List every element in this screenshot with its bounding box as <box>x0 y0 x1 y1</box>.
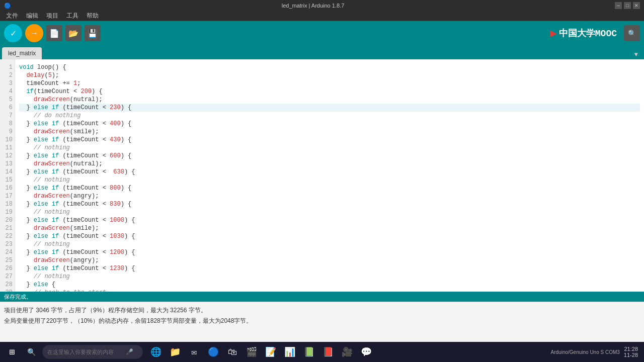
open-button[interactable]: 📂 <box>65 25 82 41</box>
menu-bar: 文件 编辑 项目 工具 帮助 <box>0 11 644 21</box>
taskbar-time-display: 21:28 <box>624 346 638 352</box>
taskbar-app-video[interactable]: 🎥 <box>338 343 356 361</box>
taskbar-clock: 21:28 11-28 <box>624 346 638 358</box>
start-button[interactable]: ⊞ <box>2 342 22 362</box>
menu-edit[interactable]: 编辑 <box>22 11 42 21</box>
taskbar-app-excel[interactable]: 📗 <box>300 343 318 361</box>
mooc-logo-icon: ▶ <box>550 27 557 40</box>
line-numbers: 1234567891011121314151617181920212223242… <box>0 59 15 292</box>
tab-bar: led_matrix ▼ <box>0 45 644 59</box>
title-text: led_matrix | Arduino 1.8.7 <box>11 3 615 9</box>
taskbar-app-media[interactable]: 🎬 <box>243 343 261 361</box>
output-line1: 项目使用了 3046 字节，占用了（9%）程序存储空间，最大为 32256 字节… <box>4 306 640 315</box>
taskbar-app-explorer[interactable]: 📁 <box>166 343 184 361</box>
mooc-logo: ▶ 中国大学MOOC <box>550 27 617 40</box>
taskbar-apps: 🌐 📁 ✉ 🔵 🛍 🎬 📝 📊 📗 📕 🎥 💬 <box>147 343 375 361</box>
title-bar: 🔵 led_matrix | Arduino 1.8.7 ─ □ ✕ <box>0 0 644 11</box>
tab-dropdown-icon: ▼ <box>634 51 638 58</box>
output-line2: 全局变量使用了220字节，（10%）的动态内存，余留1828字节局部变量，最大为… <box>4 317 640 325</box>
taskbar-right: Arduino/Genuino Uno S COM3 21:28 11-28 <box>551 346 642 358</box>
taskbar-app-wechat[interactable]: 💬 <box>357 343 375 361</box>
code-editor: 1234567891011121314151617181920212223242… <box>0 59 644 292</box>
menu-help[interactable]: 帮助 <box>83 11 103 21</box>
status-text: 保存完成。 <box>4 293 32 301</box>
taskbar-app-mail[interactable]: ✉ <box>185 343 203 361</box>
menu-tools[interactable]: 工具 <box>62 11 83 21</box>
taskbar: ⊞ 🔍 🎤 🌐 📁 ✉ 🔵 🛍 🎬 📝 📊 📗 📕 🎥 💬 Arduino/Ge… <box>0 342 644 362</box>
taskbar-search-button[interactable]: 🔍 <box>22 343 40 361</box>
search-icon: 🔍 <box>27 348 36 356</box>
taskbar-app-ppt[interactable]: 📊 <box>281 343 299 361</box>
taskbar-app-edge[interactable]: 🌐 <box>147 343 165 361</box>
windows-icon: ⊞ <box>10 346 15 357</box>
verify-button[interactable]: ✓ <box>4 24 22 42</box>
serial-monitor-button[interactable]: 🔍 <box>624 25 640 41</box>
status-bar-top: 保存完成。 <box>0 292 644 302</box>
taskbar-app-word[interactable]: 📝 <box>262 343 280 361</box>
title-icon: 🔵 <box>4 3 11 9</box>
taskbar-app-store[interactable]: 🛍 <box>223 343 242 361</box>
mic-icon: 🎤 <box>126 348 133 356</box>
toolbar: ✓ → 📄 📂 💾 ▶ 中国大学MOOC 🔍 <box>0 21 644 45</box>
menu-project[interactable]: 项目 <box>42 11 62 21</box>
output-area: 项目使用了 3046 字节，占用了（9%）程序存储空间，最大为 32256 字节… <box>0 302 644 342</box>
taskbar-search-box[interactable]: 🎤 <box>42 345 143 359</box>
tab-dropdown-button[interactable]: ▼ <box>634 51 642 59</box>
taskbar-date-display: 11-28 <box>624 352 638 358</box>
tab-label: led_matrix <box>8 50 36 57</box>
tab-led-matrix[interactable]: led_matrix <box>2 47 42 59</box>
taskbar-app-reader[interactable]: 📕 <box>319 343 337 361</box>
save-button[interactable]: 💾 <box>85 25 101 41</box>
minimize-button[interactable]: ─ <box>615 2 622 9</box>
new-button[interactable]: 📄 <box>46 25 62 41</box>
window-controls: ─ □ ✕ <box>615 2 640 9</box>
arduino-status: Arduino/Genuino Uno S COM3 <box>551 349 620 355</box>
upload-button[interactable]: → <box>25 24 43 42</box>
taskbar-search-input[interactable] <box>47 349 123 355</box>
close-button[interactable]: ✕ <box>633 2 640 9</box>
code-content[interactable]: void loop() { delay(5); timeCount += 1; … <box>15 59 644 292</box>
menu-file[interactable]: 文件 <box>2 11 22 21</box>
mooc-logo-text: 中国大学MOOC <box>559 27 617 39</box>
taskbar-app-chrome[interactable]: 🔵 <box>204 343 222 361</box>
maximize-button[interactable]: □ <box>624 2 631 9</box>
